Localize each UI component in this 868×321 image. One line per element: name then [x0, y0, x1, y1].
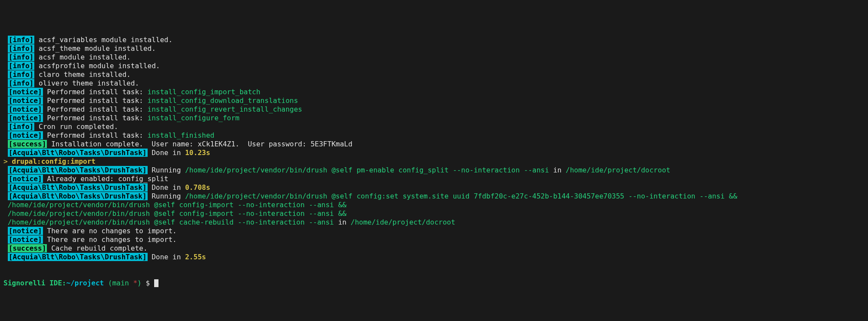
cursor	[154, 279, 158, 287]
text-segment: Running	[148, 192, 185, 200]
info-tag: [info]	[8, 79, 35, 87]
terminal-line: /home/ide/project/vendor/bin/drush @self…	[3, 218, 865, 227]
terminal-line: [notice] Performed install task: install…	[3, 105, 865, 114]
prompt-line[interactable]: Signorelli IDE:~/project (main *) $	[3, 279, 865, 288]
text-segment: >	[3, 157, 8, 165]
prompt-branch-close: )	[137, 279, 142, 287]
terminal-line: [Acquia\Blt\Robo\Tasks\DrushTask] Done i…	[3, 183, 865, 192]
terminal-line: [info] Cron run completed.	[3, 122, 865, 131]
terminal-line: /home/ide/project/vendor/bin/drush @self…	[3, 209, 865, 218]
task-tag: [Acquia\Blt\Robo\Tasks\DrushTask]	[8, 149, 148, 157]
text-segment: Installation complete. User name: xCk1EK…	[47, 140, 352, 148]
prompt-branch: main	[112, 279, 129, 287]
text-segment: claro theme installed.	[34, 70, 131, 79]
text-segment: There are no changes to import.	[43, 235, 177, 244]
prompt-host: Signorelli IDE	[3, 279, 62, 287]
terminal-line: [Acquia\Blt\Robo\Tasks\DrushTask] Done i…	[3, 253, 865, 261]
text-segment: acsf_theme module installed.	[34, 44, 155, 53]
text-segment: Running	[148, 166, 185, 174]
info-tag: [info]	[8, 122, 35, 131]
terminal-output[interactable]: [info] acsf_variables module installed. …	[3, 36, 865, 261]
text-segment: /home/ide/project/vendor/bin/drush @self…	[3, 218, 334, 226]
terminal-line: [notice] Performed install task: install…	[3, 131, 865, 140]
terminal-line: [Acquia\Blt\Robo\Tasks\DrushTask] Runnin…	[3, 192, 865, 201]
prompt-sep: :	[62, 279, 66, 287]
text-segment: acsfprofile module installed.	[34, 62, 160, 70]
info-tag: [info]	[8, 36, 35, 44]
text-segment: Cron run completed.	[34, 122, 118, 131]
terminal-line: [notice] Performed install task: install…	[3, 96, 865, 105]
info-tag: [info]	[8, 62, 35, 70]
text-segment: /home/ide/project/vendor/bin/drush @self…	[185, 192, 737, 200]
text-segment: Done in	[148, 183, 185, 192]
terminal-line: [notice] Performed install task: install…	[3, 88, 865, 96]
notice-tag: [notice]	[8, 175, 43, 183]
terminal-line: [Acquia\Blt\Robo\Tasks\DrushTask] Runnin…	[3, 166, 865, 175]
text-segment: /home/ide/project/vendor/bin/drush @self…	[3, 201, 347, 209]
text-segment: /home/ide/project/docroot	[566, 166, 670, 174]
text-segment: install_config_revert_install_changes	[148, 105, 302, 113]
prompt-star: *	[129, 279, 137, 287]
text-segment: drupal:config:import	[8, 157, 96, 165]
text-segment: in	[549, 166, 566, 174]
terminal-line: [info] acsfprofile module installed.	[3, 62, 865, 70]
notice-tag: [notice]	[8, 105, 43, 113]
terminal-line: [Acquia\Blt\Robo\Tasks\DrushTask] Done i…	[3, 149, 865, 157]
terminal-line: [notice] There are no changes to import.	[3, 227, 865, 235]
text-segment: Performed install task:	[43, 88, 148, 96]
info-tag: [info]	[8, 53, 35, 61]
notice-tag: [notice]	[8, 88, 43, 96]
text-segment: install_configure_form	[148, 114, 240, 122]
text-segment: 2.55s	[185, 253, 206, 261]
terminal-line: [notice] Already enabled: config_split	[3, 175, 865, 183]
task-tag: [Acquia\Blt\Robo\Tasks\DrushTask]	[8, 183, 148, 192]
text-segment: acsf_variables module installed.	[34, 36, 172, 44]
task-tag: [Acquia\Blt\Robo\Tasks\DrushTask]	[8, 166, 148, 174]
text-segment: Performed install task:	[43, 114, 148, 122]
text-segment: There are no changes to import.	[43, 227, 177, 235]
text-segment: 0.708s	[185, 183, 210, 192]
success-tag: [success]	[8, 140, 47, 148]
text-segment: acsf module installed.	[34, 53, 131, 61]
terminal-line: [info] olivero theme installed.	[3, 79, 865, 88]
terminal-line: [info] acsf module installed.	[3, 53, 865, 62]
success-tag: [success]	[8, 244, 47, 252]
text-segment: Performed install task:	[43, 105, 148, 113]
task-tag: [Acquia\Blt\Robo\Tasks\DrushTask]	[8, 253, 148, 261]
text-segment: Cache rebuild complete.	[47, 244, 147, 252]
text-segment: /home/ide/project/docroot	[351, 218, 455, 226]
terminal-line: [notice] There are no changes to import.	[3, 235, 865, 244]
info-tag: [info]	[8, 44, 35, 53]
terminal-line: [success] Installation complete. User na…	[3, 140, 865, 149]
info-tag: [info]	[8, 70, 35, 79]
task-tag: [Acquia\Blt\Robo\Tasks\DrushTask]	[8, 192, 148, 200]
text-segment: in	[334, 218, 351, 226]
text-segment: Performed install task:	[43, 96, 148, 105]
notice-tag: [notice]	[8, 114, 43, 122]
text-segment: install_finished	[148, 131, 215, 139]
text-segment: 10.23s	[185, 149, 210, 157]
notice-tag: [notice]	[8, 96, 43, 105]
prompt-dollar: $	[142, 279, 154, 287]
notice-tag: [notice]	[8, 235, 43, 244]
text-segment: Done in	[148, 253, 185, 261]
text-segment: install_config_import_batch	[148, 88, 261, 96]
terminal-line: [success] Cache rebuild complete.	[3, 244, 865, 253]
text-segment: olivero theme installed.	[34, 79, 139, 87]
terminal-line: [info] acsf_variables module installed.	[3, 36, 865, 44]
terminal-line: [info] claro theme installed.	[3, 70, 865, 79]
text-segment: install_config_download_translations	[148, 96, 298, 105]
text-segment: /home/ide/project/vendor/bin/drush @self…	[185, 166, 549, 174]
terminal-line: [notice] Performed install task: install…	[3, 114, 865, 122]
prompt-path: ~/project	[66, 279, 104, 287]
terminal-line: > drupal:config:import	[3, 157, 865, 166]
text-segment: Done in	[148, 149, 185, 157]
terminal-line: [info] acsf_theme module installed.	[3, 44, 865, 53]
text-segment: Performed install task:	[43, 131, 148, 139]
terminal-line: /home/ide/project/vendor/bin/drush @self…	[3, 201, 865, 209]
notice-tag: [notice]	[8, 227, 43, 235]
text-segment: Already enabled: config_split	[43, 175, 168, 183]
prompt-branch-open: (	[104, 279, 112, 287]
text-segment: /home/ide/project/vendor/bin/drush @self…	[3, 209, 347, 218]
notice-tag: [notice]	[8, 131, 43, 139]
